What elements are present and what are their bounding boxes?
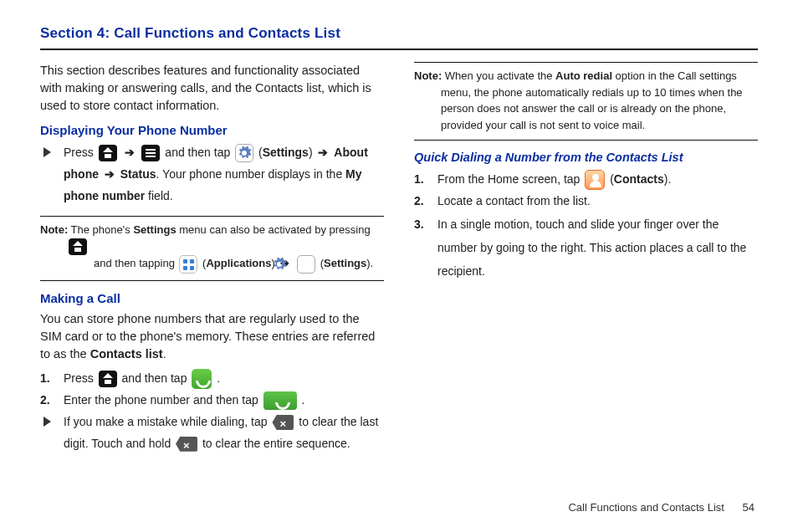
home-icon <box>99 145 117 161</box>
text: Enter the phone number and then tap <box>64 393 258 407</box>
settings-label: Settings <box>263 146 309 159</box>
menu-icon <box>141 145 160 161</box>
applications-label: Applications <box>206 257 271 269</box>
text: Press <box>64 371 94 385</box>
backspace-icon <box>272 415 294 430</box>
status-label: Status <box>120 167 156 181</box>
text: field. <box>145 189 172 202</box>
page-number: 54 <box>743 501 755 514</box>
note-label: Note: <box>414 69 442 82</box>
contacts-icon <box>585 170 605 190</box>
making-call-steps: 1. Press and then tap . 2. Enter the pho… <box>60 368 384 455</box>
text: In a single motion, touch and slide your… <box>437 217 746 278</box>
step-number: 1. <box>414 169 424 191</box>
applications-icon <box>179 255 197 274</box>
phone-icon <box>192 369 212 389</box>
two-column-layout: This section describes features and func… <box>40 62 758 454</box>
step-1: 1. From the Home screen, tap (Contacts). <box>434 169 758 191</box>
step-2: 2. Locate a contact from the list. <box>434 191 758 212</box>
step-3: 3. In a single motion, touch and slide y… <box>434 212 758 283</box>
settings-label: Settings <box>133 223 176 236</box>
display-number-step: Press ➔ and then tap (Settings) ➔ About … <box>60 142 384 207</box>
text: Press <box>64 146 94 159</box>
text: If you make a mistake while dialing, tap <box>64 415 268 428</box>
call-button-icon <box>263 391 297 410</box>
left-column: This section describes features and func… <box>40 62 384 454</box>
text: Locate a contact from the list. <box>437 194 591 207</box>
contacts-list-label: Contacts list <box>90 347 163 361</box>
text: menu can also be activated by pressing <box>176 223 371 236</box>
text: From the Home screen, tap <box>437 172 580 186</box>
step-number: 3. <box>414 212 424 236</box>
bullet-triangle-icon <box>43 417 51 427</box>
arrow-icon: ➔ <box>315 146 330 159</box>
text: The phone's <box>71 223 134 236</box>
home-icon <box>69 238 87 255</box>
page-footer: Call Functions and Contacts List 54 <box>568 501 755 514</box>
heading-making-call: Making a Call <box>40 291 384 305</box>
page-section-title: Section 4: Call Functions and Contacts L… <box>40 25 758 50</box>
note-auto-redial: Note: When you activate the Auto redial … <box>414 62 758 141</box>
quick-dial-steps: 1. From the Home screen, tap (Contacts).… <box>434 169 758 283</box>
intro-paragraph: This section describes features and func… <box>40 62 384 115</box>
text: When you activate the <box>445 69 555 82</box>
text: . Your phone number displays in the <box>156 167 346 181</box>
bullet-triangle-icon <box>43 147 51 157</box>
auto-redial-label: Auto redial <box>555 69 612 82</box>
arrow-icon: ➔ <box>102 167 117 181</box>
making-call-intro: You can store phone numbers that are reg… <box>40 310 384 363</box>
home-icon <box>99 371 117 387</box>
settings-label: Settings <box>324 257 366 269</box>
contacts-label: Contacts <box>614 172 664 186</box>
arrow-icon: ➔ <box>122 146 137 159</box>
text: and then tap <box>122 371 187 385</box>
step-bullet: If you make a mistake while dialing, tap… <box>60 412 384 455</box>
step-number: 1. <box>40 368 50 390</box>
step-2: 2. Enter the phone number and then tap . <box>60 390 384 412</box>
step-1: 1. Press and then tap . <box>60 368 384 390</box>
gear-icon <box>297 255 315 274</box>
text: to clear the entire sequence. <box>202 437 350 450</box>
step-number: 2. <box>414 191 424 212</box>
note-label: Note: <box>40 223 68 236</box>
step-number: 2. <box>40 390 50 412</box>
right-column: Note: When you activate the Auto redial … <box>414 62 758 454</box>
display-number-list: Press ➔ and then tap (Settings) ➔ About … <box>60 142 384 207</box>
heading-displaying-number: Displaying Your Phone Number <box>40 123 384 137</box>
gear-icon <box>235 144 253 162</box>
footer-text: Call Functions and Contacts List <box>568 501 724 514</box>
heading-quick-dialing: Quick Dialing a Number from the Contacts… <box>414 151 758 164</box>
note-settings-shortcut: Note: The phone's Settings menu can also… <box>40 216 384 281</box>
backspace-icon <box>176 437 197 452</box>
text: and then tap <box>165 146 230 159</box>
text: and then tapping <box>94 257 177 269</box>
